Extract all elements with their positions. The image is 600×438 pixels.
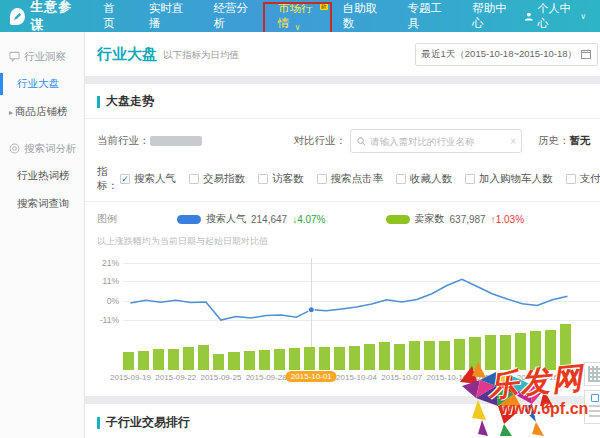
expand-arrow-icon: ▸	[9, 108, 13, 117]
x-axis-tick: 2015-09-28	[246, 373, 287, 382]
bar	[168, 349, 179, 370]
bar	[153, 349, 164, 370]
seller-count-bars	[123, 324, 575, 370]
y-axis-tick: 0%	[97, 296, 119, 306]
nav-item-4[interactable]: 市场行情新∨	[265, 0, 330, 32]
logo-pen-icon	[10, 8, 25, 25]
sidebar-item-行业热词榜[interactable]: 行业热词榜	[0, 162, 84, 190]
bar	[138, 351, 149, 370]
user-center-menu[interactable]: 个人中心 ∨	[524, 1, 600, 31]
metric-checkbox-交易指数[interactable]: 交易指数	[189, 172, 245, 186]
metric-checkbox-支付金额较父类目占比[interactable]: 支付金额较父类目占比	[566, 172, 600, 186]
x-axis-tick: 2015-10-07	[381, 373, 422, 382]
new-badge: 新	[320, 3, 328, 10]
nav-item-label: 帮助中心	[472, 1, 511, 31]
y-axis-tick: 11%	[97, 276, 119, 286]
sidebar-group-title: 行业洞察	[24, 50, 66, 64]
bar	[183, 347, 194, 370]
metric-checkbox-收藏人数[interactable]: 收藏人数	[396, 172, 452, 186]
clear-input-icon[interactable]: ×	[510, 136, 516, 147]
legend-series-value: 637,987	[450, 214, 486, 225]
bar	[228, 352, 239, 370]
bar	[469, 337, 480, 370]
nav-item-label: 经营分析	[213, 1, 252, 31]
metric-checkbox-访客数[interactable]: 访客数	[258, 172, 304, 186]
checkbox-icon	[317, 174, 327, 184]
nav-item-7[interactable]: 帮助中心	[459, 0, 524, 32]
checkbox-icon	[258, 174, 268, 184]
nav-item-2[interactable]: 实时直播	[136, 0, 201, 32]
nav-menu: 首页实时直播经营分析市场行情新∨自助取数专题工具帮助中心	[90, 0, 524, 32]
nav-item-label: 实时直播	[149, 1, 188, 31]
chevron-down-icon: ∨	[294, 24, 300, 32]
nav-item-3[interactable]: 经营分析	[200, 0, 265, 32]
metric-label: 支付金额较父类目占比	[580, 172, 600, 186]
nav-item-label: 专题工具	[407, 1, 446, 31]
legend-item-卖家数: 卖家数637,987↑1.03%	[386, 212, 525, 226]
bar	[500, 335, 511, 370]
selected-x-label[interactable]: 2015-10-01	[286, 371, 337, 382]
compare-industry-input[interactable]	[370, 136, 505, 147]
bar	[515, 333, 526, 370]
sidebar-item-商品店铺榜[interactable]: ▸商品店铺榜	[0, 98, 84, 126]
search-round-icon	[9, 143, 20, 156]
sidebar: 行业洞察行业大盘▸商品店铺榜搜索词分析行业热词榜搜索词查询	[0, 32, 85, 438]
app-logo[interactable]: 生意参谋	[0, 0, 90, 34]
compare-industry-searchbox: ×	[350, 129, 522, 153]
metrics-label: 指标：	[97, 165, 118, 193]
legend-change-value: ↑1.03%	[491, 214, 524, 225]
bar	[334, 347, 345, 370]
metric-checkbox-加入购物车人数[interactable]: 加入购物车人数	[465, 172, 553, 186]
nav-item-6[interactable]: 专题工具	[394, 0, 459, 32]
nav-item-5[interactable]: 自助取数	[330, 0, 395, 32]
x-axis-labels: 2015-09-192015-09-222015-09-252015-09-28…	[123, 373, 600, 387]
legend-series-name: 卖家数	[415, 212, 445, 226]
sidebar-item-行业大盘[interactable]: 行业大盘	[0, 70, 84, 98]
page-title: 行业大盘	[97, 45, 157, 64]
bar	[259, 350, 270, 370]
bar	[545, 330, 556, 370]
x-axis-tick: 2015-09-25	[200, 373, 241, 382]
search-popularity-line	[123, 254, 575, 330]
bar	[394, 344, 405, 370]
calendar-icon	[581, 49, 591, 59]
metric-checkbox-搜索点击率[interactable]: 搜索点击率	[317, 172, 384, 186]
checkbox-icon: ✓	[120, 174, 130, 184]
chevron-down-icon: ∨	[580, 12, 586, 21]
bar	[349, 346, 360, 370]
qr-code-icon	[588, 366, 600, 382]
legend-series-value: 214,647	[251, 214, 287, 225]
trend-chart[interactable]: 21%11%0%-11%2015-09-192015-09-222015-09-…	[97, 254, 600, 388]
date-range-picker[interactable]: 最近1天（2015-10-18~2015-10-18）	[415, 43, 599, 66]
ranking-section-title: 子行业交易排行	[97, 414, 600, 431]
y-axis-tick: -11%	[97, 315, 119, 325]
selected-point-marker	[308, 307, 314, 313]
metric-label: 交易指数	[203, 172, 245, 186]
sidebar-item-label: 商品店铺榜	[15, 105, 68, 117]
page-subtitle: 以下指标为日均值	[163, 49, 239, 62]
bar	[439, 341, 450, 370]
legend-color-pill	[386, 215, 410, 224]
history-label: 历史：	[538, 134, 570, 148]
bar	[319, 347, 330, 370]
checkbox-icon	[396, 174, 406, 184]
bar	[289, 348, 300, 370]
floating-qr-widget[interactable]	[584, 362, 600, 386]
bar	[244, 351, 255, 370]
metrics-row: 指标： ✓搜索人气交易指数访客数搜索点击率收藏人数加入购物车人数支付金额较父类目…	[97, 165, 600, 193]
search-icon	[357, 137, 366, 146]
metric-label: 收藏人数	[410, 172, 452, 186]
bar	[485, 335, 496, 370]
metric-checkbox-搜索人气[interactable]: ✓搜索人气	[120, 172, 176, 186]
date-range-label: 最近1天（2015-10-18~2015-10-18）	[422, 48, 578, 61]
checkbox-icon	[465, 174, 475, 184]
bar	[560, 324, 571, 370]
floating-feedback-widget[interactable]	[584, 390, 600, 424]
sidebar-item-搜索词查询[interactable]: 搜索词查询	[0, 190, 84, 218]
bar	[454, 339, 465, 370]
sidebar-group-title: 搜索词分析	[24, 142, 77, 156]
nav-item-1[interactable]: 首页	[90, 0, 135, 32]
chart-legend: 图例 搜索人气214,647↓4.07%卖家数637,987↑1.03%	[97, 212, 600, 226]
bar	[274, 349, 285, 370]
metric-label: 加入购物车人数	[479, 172, 553, 186]
